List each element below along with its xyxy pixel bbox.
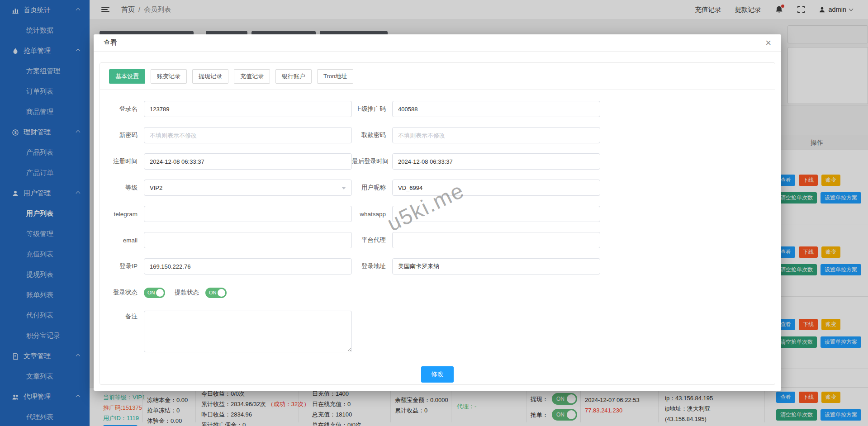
chevron-down-icon — [342, 187, 346, 189]
withdraw-password-input[interactable] — [392, 127, 600, 143]
modal-card: 基本设置账变记录提现记录充值记录银行账户Tron地址 登录名上级推广码新密码取款… — [100, 62, 775, 385]
login-ip-label: 登录IP — [100, 262, 144, 270]
form-row: 等级VIP2用户昵称 — [100, 180, 775, 196]
member-form: 登录名上级推广码新密码取款密码注册时间最后登录时间等级VIP2用户昵称teleg… — [100, 90, 775, 301]
toggle-knob — [156, 289, 164, 297]
withdraw-status-toggle[interactable]: ON — [205, 288, 227, 298]
nickname-input[interactable] — [392, 180, 600, 196]
register-time-input[interactable] — [144, 153, 352, 170]
tab-3[interactable]: 充值记录 — [234, 69, 270, 84]
login-address-input[interactable] — [392, 258, 600, 275]
level-value: VIP2 — [150, 185, 162, 191]
telegram-input[interactable] — [144, 206, 352, 222]
new-password-label: 新密码 — [100, 131, 144, 139]
login-address-label: 登录地址 — [352, 262, 392, 270]
whatsapp-label: whatsapp — [352, 211, 392, 218]
tab-4[interactable]: 银行账户 — [275, 69, 312, 84]
tab-5[interactable]: Tron地址 — [317, 69, 353, 84]
form-row: 注册时间最后登录时间 — [100, 153, 775, 170]
modal-title: 查看 — [104, 38, 117, 47]
nickname-label: 用户昵称 — [352, 184, 392, 192]
last-login-time-label: 最后登录时间 — [352, 157, 392, 166]
withdraw-status-state: ON — [209, 290, 217, 295]
login-status-state: ON — [147, 290, 155, 295]
parent-promo-code-input[interactable] — [392, 101, 600, 117]
last-login-time-input[interactable] — [392, 153, 600, 170]
platform-agent-input[interactable] — [392, 232, 600, 248]
level-select[interactable]: VIP2 — [144, 180, 352, 196]
register-time-label: 注册时间 — [100, 157, 144, 166]
telegram-label: telegram — [100, 211, 144, 218]
email-label: email — [100, 237, 144, 244]
login-name-input[interactable] — [144, 101, 352, 117]
new-password-input[interactable] — [144, 127, 352, 143]
login-name-label: 登录名 — [100, 105, 144, 113]
form-row: 新密码取款密码 — [100, 127, 775, 143]
login-status-label: 登录状态 — [100, 289, 144, 297]
tab-0[interactable]: 基本设置 — [109, 69, 145, 84]
login-ip-input[interactable] — [144, 258, 352, 275]
login-status-toggle[interactable]: ON — [144, 288, 165, 298]
modal-header: 查看 × — [94, 34, 781, 52]
remark-label: 备注 — [100, 311, 144, 321]
toggle-knob — [218, 289, 225, 297]
email-input[interactable] — [144, 232, 352, 248]
view-modal: 查看 × 基本设置账变记录提现记录充值记录银行账户Tron地址 登录名上级推广码… — [94, 34, 781, 391]
remark-textarea[interactable] — [144, 311, 352, 352]
form-row: email平台代理 — [100, 232, 775, 248]
modal-tabs: 基本设置账变记录提现记录充值记录银行账户Tron地址 — [100, 63, 775, 90]
withdraw-status-label: 提款状态 — [165, 289, 205, 297]
form-row: 登录名上级推广码 — [100, 101, 775, 117]
form-row: 登录状态ON提款状态ON — [100, 284, 775, 301]
form-row: telegramwhatsapp — [100, 206, 775, 222]
form-row: 登录IP登录地址 — [100, 258, 775, 275]
level-label: 等级 — [100, 184, 144, 192]
parent-promo-code-label: 上级推广码 — [352, 105, 392, 113]
tab-2[interactable]: 提现记录 — [192, 69, 228, 84]
close-icon[interactable]: × — [765, 38, 771, 48]
submit-button[interactable]: 修改 — [421, 366, 454, 383]
tab-1[interactable]: 账变记录 — [151, 69, 187, 84]
withdraw-password-label: 取款密码 — [352, 131, 392, 139]
platform-agent-label: 平台代理 — [352, 236, 392, 244]
whatsapp-input[interactable] — [392, 206, 600, 222]
